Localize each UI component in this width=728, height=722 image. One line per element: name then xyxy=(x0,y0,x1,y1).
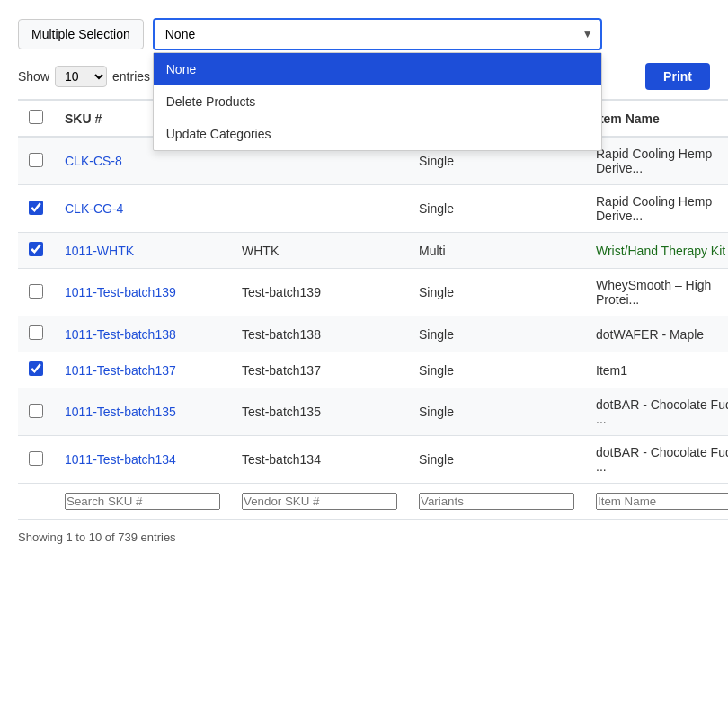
show-label: Show xyxy=(18,69,49,84)
row-variants-cell: Single xyxy=(408,269,585,316)
sku-link[interactable]: 1011-WHTK xyxy=(65,244,134,258)
row-sku-cell: 1011-Test-batch137 xyxy=(54,352,231,388)
dropdown-wrapper: None Delete Products Update Categories ▼… xyxy=(153,18,602,50)
table-row: CLK-CG-4SingleRapid Cooling Hemp Derive.… xyxy=(18,185,728,233)
row-variants-cell: Single xyxy=(408,185,585,233)
row-variants-cell: Multi xyxy=(408,233,585,269)
table-row: 1011-Test-batch138Test-batch138Singledot… xyxy=(18,316,728,352)
row-checkbox-cell xyxy=(18,137,54,185)
dropdown-option-update[interactable]: Update Categories xyxy=(154,118,601,150)
table-row: 1011-WHTKWHTKMultiWrist/Hand Therapy Kit xyxy=(18,233,728,269)
dropdown-option-delete[interactable]: Delete Products xyxy=(154,85,601,118)
dropdown-open-menu: None Delete Products Update Categories xyxy=(153,52,602,151)
row-checkbox-cell xyxy=(18,269,54,316)
row-variants-cell: Single xyxy=(408,436,585,484)
row-checkbox[interactable] xyxy=(29,404,43,418)
search-vendor-cell xyxy=(231,484,408,520)
sku-link[interactable]: 1011-Test-batch134 xyxy=(65,452,176,467)
row-sku-cell: 1011-Test-batch138 xyxy=(54,316,231,352)
row-checkbox[interactable] xyxy=(29,284,43,299)
search-variants-cell xyxy=(408,484,585,520)
sku-link[interactable]: 1011-Test-batch139 xyxy=(65,285,176,299)
row-item-name-cell: WheySmooth – High Protei... xyxy=(585,269,728,316)
dropdown-option-none[interactable]: None xyxy=(154,53,601,85)
show-entries-left: Show 10 25 50 100 entries xyxy=(18,66,150,87)
header-item-name: Item Name xyxy=(585,100,728,137)
row-item-name-cell: Rapid Cooling Hemp Derive... xyxy=(585,137,728,185)
row-variants-cell: Single xyxy=(408,316,585,352)
search-item-cell xyxy=(585,484,728,520)
row-checkbox[interactable] xyxy=(29,325,43,340)
entries-select[interactable]: 10 25 50 100 xyxy=(55,66,107,87)
row-item-name-cell: dotWAFER - Maple xyxy=(585,316,728,352)
sku-link[interactable]: 1011-Test-batch137 xyxy=(65,363,176,378)
row-checkbox[interactable] xyxy=(29,242,43,256)
row-variants-cell: Single xyxy=(408,388,585,436)
search-item-input[interactable] xyxy=(596,493,728,510)
header-checkbox-cell xyxy=(18,100,54,137)
row-vendor-sku-cell xyxy=(231,185,408,233)
row-checkbox[interactable] xyxy=(29,153,43,167)
row-item-name-cell: Item1 xyxy=(585,352,728,388)
table-row: 1011-Test-batch135Test-batch135Singledot… xyxy=(18,388,728,436)
row-checkbox-cell xyxy=(18,352,54,388)
sku-link[interactable]: 1011-Test-batch135 xyxy=(65,405,176,419)
table-row: 1011-Test-batch139Test-batch139SingleWhe… xyxy=(18,269,728,316)
row-checkbox-cell xyxy=(18,316,54,352)
row-vendor-sku-cell: Test-batch135 xyxy=(231,388,408,436)
search-footer-row xyxy=(18,484,728,520)
row-sku-cell: CLK-CG-4 xyxy=(54,185,231,233)
page-wrapper: Multiple Selection None Delete Products … xyxy=(0,0,728,562)
row-item-name-cell: Rapid Cooling Hemp Derive... xyxy=(585,185,728,233)
search-sku-cell xyxy=(54,484,231,520)
row-variants-cell: Single xyxy=(408,352,585,388)
row-vendor-sku-cell: Test-batch139 xyxy=(231,269,408,316)
row-vendor-sku-cell: Test-batch134 xyxy=(231,436,408,484)
row-checkbox-cell xyxy=(18,388,54,436)
select-all-checkbox[interactable] xyxy=(29,110,43,124)
table-body: CLK-CS-8SingleRapid Cooling Hemp Derive.… xyxy=(18,137,728,484)
row-vendor-sku-cell: Test-batch137 xyxy=(231,352,408,388)
data-table: SKU # Vendor SKU # Variants Item Name CL… xyxy=(18,99,728,520)
row-checkbox[interactable] xyxy=(29,361,43,376)
row-checkbox-cell xyxy=(18,233,54,269)
top-bar: Multiple Selection None Delete Products … xyxy=(18,18,710,50)
search-vendor-input[interactable] xyxy=(242,493,397,510)
sku-link[interactable]: 1011-Test-batch138 xyxy=(65,327,176,342)
footer-showing: Showing 1 to 10 of 739 entries xyxy=(18,530,710,544)
row-vendor-sku-cell: WHTK xyxy=(231,233,408,269)
row-sku-cell: 1011-WHTK xyxy=(54,233,231,269)
row-checkbox[interactable] xyxy=(29,201,43,215)
row-checkbox-cell xyxy=(18,436,54,484)
search-sku-input[interactable] xyxy=(65,493,220,510)
row-checkbox[interactable] xyxy=(29,451,43,466)
table-row: 1011-Test-batch134Test-batch134Singledot… xyxy=(18,436,728,484)
sku-link[interactable]: CLK-CG-4 xyxy=(65,201,123,216)
row-vendor-sku-cell: Test-batch138 xyxy=(231,316,408,352)
multiple-selection-button[interactable]: Multiple Selection xyxy=(18,19,144,49)
row-item-name-cell: dotBAR - Chocolate Fudge ... xyxy=(585,436,728,484)
sku-link[interactable]: CLK-CS-8 xyxy=(65,154,122,168)
row-item-name-cell: Wrist/Hand Therapy Kit xyxy=(585,233,728,269)
print-button[interactable]: Print xyxy=(645,63,710,90)
search-checkbox-cell xyxy=(18,484,54,520)
search-variants-input[interactable] xyxy=(419,493,574,510)
row-sku-cell: 1011-Test-batch139 xyxy=(54,269,231,316)
row-item-name-cell: dotBAR - Chocolate Fudge ... xyxy=(585,388,728,436)
multiple-selection-dropdown[interactable]: None Delete Products Update Categories xyxy=(153,18,602,50)
table-row: 1011-Test-batch137Test-batch137SingleIte… xyxy=(18,352,728,388)
row-sku-cell: 1011-Test-batch135 xyxy=(54,388,231,436)
row-sku-cell: 1011-Test-batch134 xyxy=(54,436,231,484)
entries-label: entries xyxy=(112,69,150,84)
row-checkbox-cell xyxy=(18,185,54,233)
